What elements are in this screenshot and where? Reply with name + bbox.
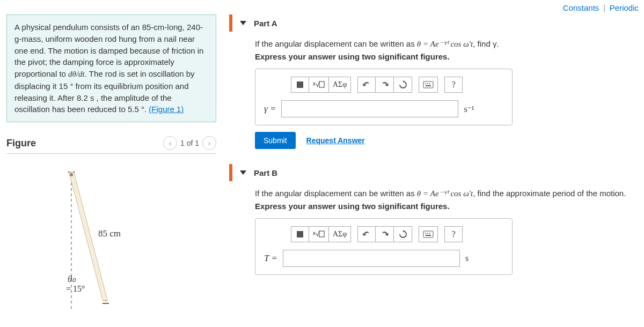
problem-dtheta: dθ/dt	[68, 70, 85, 78]
figure-divider	[6, 153, 216, 154]
greek-letters-button[interactable]: ΑΣφ	[329, 77, 351, 93]
part-a-prompt-pre: If the angular displacement can be writt…	[255, 39, 417, 48]
problem-statement: A physical pendulum consists of an 85-cm…	[6, 14, 216, 122]
part-b-unit: s	[465, 254, 469, 263]
part-a-answer-box: ᵡ√ ΑΣφ	[255, 69, 513, 125]
figure-next-button[interactable]: ›	[202, 136, 216, 150]
math-root-button[interactable]: ᵡ√	[309, 77, 329, 93]
length-label: 85 cm	[98, 228, 121, 239]
angle-label: = 15°	[66, 284, 85, 293]
part-a-submit-button[interactable]: Submit	[255, 132, 296, 149]
keyboard-button[interactable]	[419, 77, 438, 93]
part-b-prompt-pre: If the angular displacement can be writt…	[255, 189, 417, 198]
svg-point-14	[425, 83, 426, 84]
svg-rect-22	[423, 231, 433, 237]
svg-rect-20	[319, 231, 324, 237]
part-a-collapse-icon[interactable]	[240, 21, 246, 25]
part-a-prompt: If the angular displacement can be writt…	[255, 39, 638, 49]
svg-rect-13	[423, 81, 433, 88]
part-b-var-label: T =	[264, 253, 277, 264]
part-a-instruction: Express your answer using two significan…	[255, 52, 638, 61]
svg-point-23	[425, 233, 426, 234]
part-b-prompt-post: , find the approximate period of the mot…	[473, 189, 626, 198]
svg-rect-26	[426, 235, 431, 236]
keyboard-button[interactable]	[419, 226, 438, 242]
math-root-button[interactable]: ᵡ√	[309, 226, 329, 242]
theta0-label: θ₀	[68, 274, 76, 284]
pendulum-figure: 85 cm θ₀ = 15°	[50, 161, 173, 317]
svg-text:ᵡ√: ᵡ√	[313, 80, 320, 88]
part-b-equation: θ = Ae⁻ᵞᵗ cos ω′t	[417, 189, 473, 198]
part-a-prompt-post: , find γ.	[473, 39, 499, 48]
help-button[interactable]: ?	[444, 77, 463, 93]
part-b-prompt: If the angular displacement can be writt…	[255, 189, 638, 198]
undo-button[interactable]	[357, 77, 376, 93]
greek-letters-button[interactable]: ΑΣφ	[329, 226, 351, 242]
part-b-collapse-icon[interactable]	[240, 170, 246, 175]
svg-point-24	[427, 233, 428, 234]
part-b-title: Part B	[254, 168, 277, 177]
reset-button[interactable]	[394, 226, 412, 242]
part-a-title: Part A	[254, 19, 277, 28]
svg-rect-18	[297, 231, 303, 237]
template-picker-button[interactable]	[291, 77, 309, 93]
redo-button[interactable]	[376, 226, 394, 242]
part-b-answer-box: ᵡ√ ΑΣφ	[255, 218, 513, 275]
reset-button[interactable]	[394, 77, 412, 93]
help-button[interactable]: ?	[444, 226, 463, 242]
svg-rect-17	[426, 85, 431, 86]
template-picker-button[interactable]	[291, 226, 309, 242]
figure-title: Figure	[6, 138, 163, 149]
svg-point-25	[429, 233, 430, 234]
figure-link[interactable]: (Figure 1)	[149, 105, 184, 114]
part-b-instruction: Express your answer using two significan…	[255, 202, 638, 211]
link-separator: |	[603, 4, 605, 12]
svg-text:ᵡ√: ᵡ√	[313, 230, 320, 238]
part-b-accent	[229, 164, 232, 181]
svg-rect-11	[319, 81, 324, 87]
svg-rect-9	[297, 81, 303, 88]
svg-point-15	[427, 83, 428, 84]
svg-point-8	[70, 173, 73, 176]
figure-counter: 1 of 1	[180, 139, 199, 147]
part-a-var-label: γ =	[264, 103, 276, 114]
part-a-answer-input[interactable]	[281, 100, 458, 117]
part-a-unit: s⁻¹	[464, 104, 474, 114]
part-a-equation: θ = Ae⁻ᵞᵗ cos ω′t	[417, 40, 473, 48]
periodic-link[interactable]: Periodic	[610, 3, 639, 12]
constants-link[interactable]: Constants	[563, 3, 599, 12]
redo-button[interactable]	[376, 77, 394, 93]
part-a-request-answer-link[interactable]: Request Answer	[306, 136, 365, 145]
part-a-accent	[229, 14, 232, 32]
undo-button[interactable]	[357, 226, 376, 242]
part-b-answer-input[interactable]	[283, 250, 460, 267]
figure-prev-button[interactable]: ‹	[163, 136, 177, 150]
svg-point-16	[429, 83, 430, 84]
